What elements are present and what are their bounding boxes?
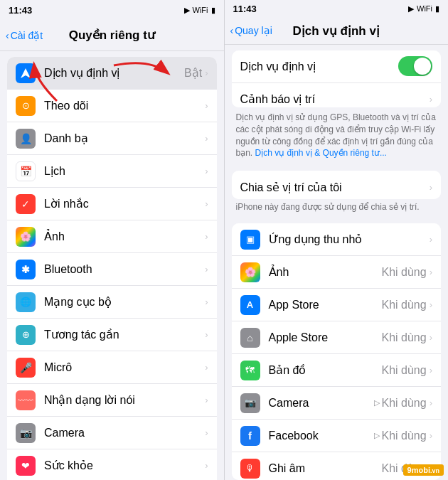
bluetooth-label: Bluetooth	[44, 263, 205, 276]
minigame-label: Ứng dụng thu nhỏ	[269, 233, 430, 246]
share-note: iPhone này đang được sử dụng để chia sẻ …	[225, 199, 449, 218]
maps-label: Bản đồ	[269, 363, 382, 377]
app-item-facebook[interactable]: f Facebook ▷ Khi dùng ›	[232, 420, 442, 452]
main-toggle-item[interactable]: Dịch vụ định vị	[232, 50, 442, 83]
microphone-icon: 🎤	[16, 358, 36, 378]
appstore-icon: A	[240, 295, 260, 315]
speech-chevron: ›	[205, 395, 208, 405]
tracking-label: Theo dõi	[44, 100, 205, 112]
left-back-button[interactable]: ‹ Cài đặt	[6, 30, 43, 41]
tracking-icon: ⊙	[16, 96, 36, 116]
app-photos-label: Ảnh	[269, 265, 382, 279]
app-item-photos[interactable]: 🌸 Ảnh Khi dùng ›	[232, 256, 442, 289]
location-label: Dịch vụ định vị	[44, 66, 184, 80]
right-nav-title: Dịch vụ định vị	[293, 23, 380, 38]
canh-bao-item[interactable]: Cảnh báo vị trí ›	[232, 83, 442, 107]
main-toggle-section: Dịch vụ định vị Cảnh báo vị trí ›	[232, 50, 442, 107]
left-status-bar: 11:43 ▶ WiFi ▮	[0, 0, 224, 20]
signal-icon: ▶	[184, 6, 190, 15]
svg-marker-0	[21, 68, 31, 78]
app-camera-label: Camera	[269, 397, 375, 410]
list-item-contacts[interactable]: 👤 Danh bạ ›	[7, 122, 217, 155]
back-chevron-icon: ‹	[6, 30, 9, 41]
calendar-label: Lịch	[44, 164, 205, 178]
right-wifi-icon: WiFi	[417, 4, 432, 13]
local-network-chevron: ›	[205, 297, 208, 307]
minigame-chevron: ›	[430, 234, 432, 245]
watermark: 9mobi.vn	[403, 464, 444, 476]
list-item-speech[interactable]: 〰〰 Nhận dạng lời nói ›	[7, 384, 217, 417]
recorder-icon: 🎙	[240, 459, 260, 479]
right-status-bar: 11:43 ▶ WiFi ▮	[225, 0, 449, 17]
app-item-appstore[interactable]: A App Store Khi dùng ›	[232, 289, 442, 321]
speech-label: Nhận dạng lời nói	[44, 393, 205, 407]
health-label: Sức khỏe	[44, 459, 205, 472]
app-item-apple-store[interactable]: ⌂ Apple Store Khi dùng ›	[232, 321, 442, 354]
nearby-label: Tương tác gần	[44, 328, 205, 341]
main-toggle-label: Dịch vụ định vị	[240, 60, 399, 73]
contacts-chevron: ›	[205, 133, 208, 144]
list-item-tracking[interactable]: ⊙ Theo dõi ›	[7, 90, 217, 122]
app-camera-chevron: ›	[430, 398, 432, 408]
contacts-icon: 👤	[16, 129, 36, 149]
contacts-label: Danh bạ	[44, 132, 205, 145]
location-chevron: ›	[205, 68, 208, 78]
list-item-photos[interactable]: 🌸 Ảnh ›	[7, 220, 217, 253]
health-chevron: ›	[205, 460, 208, 471]
right-nav-bar: ‹ Quay lại Dịch vụ định vị	[225, 17, 449, 44]
appstore-label: App Store	[269, 299, 382, 311]
bluetooth-icon: ✱	[16, 260, 36, 279]
canh-bao-label: Cảnh báo vị trí	[240, 92, 430, 106]
list-item-health[interactable]: ❤ Sức khỏe ›	[7, 449, 217, 480]
toggle-knob	[414, 58, 431, 75]
app-item-maps[interactable]: 🗺 Bản đồ Khi dùng ›	[232, 354, 442, 387]
local-network-label: Mạng cục bộ	[44, 295, 205, 309]
facebook-chevron: ›	[430, 430, 432, 441]
reminders-icon: ✓	[16, 194, 36, 214]
maps-value: Khi dùng	[381, 364, 426, 377]
share-section: Chia sẻ vị trí của tôi ›	[232, 171, 442, 199]
app-photos-value: Khi dùng	[381, 266, 426, 279]
camera-left-icon: 📷	[16, 423, 36, 443]
battery-icon: ▮	[211, 6, 215, 15]
watermark-text: 9mobi	[407, 466, 430, 474]
app-item-camera[interactable]: 📷 Camera ▷ Khi dùng ›	[232, 387, 442, 420]
list-item-nearby[interactable]: ⊕ Tương tác gần ›	[7, 319, 217, 351]
app-item-minigame[interactable]: ▣ Ứng dụng thu nhỏ ›	[232, 223, 442, 256]
privacy-link[interactable]: Dịch vụ định vị & Quyền riêng tư...	[255, 148, 387, 158]
share-item[interactable]: Chia sẻ vị trí của tôi ›	[232, 171, 442, 199]
list-item-location[interactable]: Dịch vụ định vị Bật ›	[7, 57, 217, 90]
list-item-camera[interactable]: 📷 Camera ›	[7, 417, 217, 449]
right-signal-icon: ▶	[408, 4, 414, 14]
location-toggle[interactable]	[398, 56, 432, 76]
share-chevron: ›	[430, 182, 432, 193]
list-item-local-network[interactable]: 🌐 Mạng cục bộ ›	[7, 286, 217, 319]
facebook-icon: f	[240, 426, 260, 446]
apps-list: ▣ Ứng dụng thu nhỏ › 🌸 Ảnh Khi dùng › A …	[232, 223, 442, 480]
app-photos-chevron: ›	[430, 267, 432, 277]
left-status-icons: ▶ WiFi ▮	[184, 6, 215, 15]
list-item-reminders[interactable]: ✓ Lời nhắc ›	[7, 188, 217, 220]
local-network-icon: 🌐	[16, 292, 36, 312]
photos-icon: 🌸	[16, 227, 36, 247]
right-back-button[interactable]: ‹ Quay lại	[230, 25, 272, 36]
bluetooth-chevron: ›	[205, 264, 208, 274]
appstore-value: Khi dùng	[381, 299, 426, 311]
left-list: Dịch vụ định vị Bật › ⊙ Theo dõi › 👤 Dan…	[7, 57, 217, 480]
facebook-value: Khi dùng	[381, 430, 426, 442]
left-time: 11:43	[9, 5, 32, 16]
nearby-icon: ⊕	[16, 325, 36, 345]
location-icon	[16, 63, 36, 83]
facebook-label: Facebook	[269, 430, 375, 442]
photos-chevron: ›	[205, 231, 208, 242]
camera-left-label: Camera	[44, 427, 205, 439]
list-item-bluetooth[interactable]: ✱ Bluetooth ›	[7, 253, 217, 286]
microphone-chevron: ›	[205, 362, 208, 373]
health-icon: ❤	[16, 456, 36, 476]
facebook-location-icon: ▷	[374, 431, 380, 440]
camera-left-chevron: ›	[205, 427, 208, 438]
calendar-chevron: ›	[205, 166, 208, 176]
list-item-microphone[interactable]: 🎤 Micrô ›	[7, 351, 217, 384]
list-item-calendar[interactable]: 📅 Lịch ›	[7, 155, 217, 188]
wifi-icon: WiFi	[193, 6, 208, 14]
